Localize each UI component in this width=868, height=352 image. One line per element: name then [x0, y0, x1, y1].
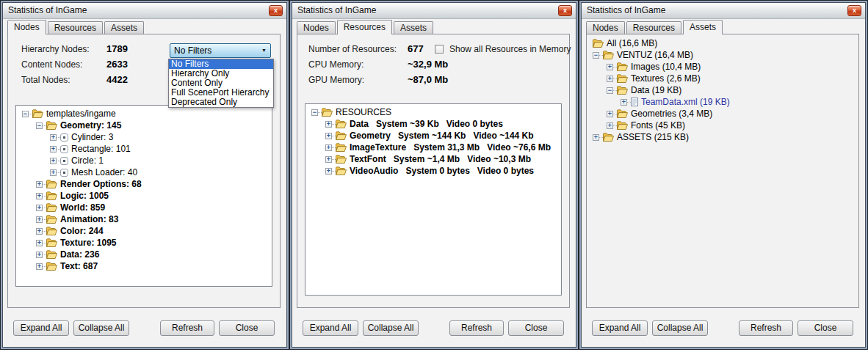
- collapse-all-button[interactable]: Collapse All: [73, 320, 129, 336]
- tree-item[interactable]: +Text: 687: [36, 260, 272, 272]
- collapse-all-button[interactable]: Collapse All: [363, 320, 419, 336]
- tab-resources[interactable]: Resources: [626, 21, 681, 34]
- expand-icon[interactable]: +: [607, 76, 613, 82]
- folder-icon: [603, 133, 614, 142]
- expand-icon[interactable]: +: [50, 158, 57, 164]
- expand-all-button[interactable]: Expand All: [592, 320, 648, 336]
- collapse-icon[interactable]: −: [311, 109, 318, 116]
- tree-item[interactable]: +Images (10,4 MB): [607, 61, 858, 73]
- expand-icon[interactable]: +: [607, 122, 613, 129]
- folder-icon: [593, 39, 604, 48]
- tree-item[interactable]: +Mesh Loader: 40: [50, 166, 272, 178]
- expand-icon[interactable]: +: [36, 252, 43, 258]
- show-all-resources-checkbox[interactable]: [435, 45, 444, 54]
- tree-item[interactable]: +Texture: 1095: [36, 237, 272, 249]
- tree-item-label: Animation: 83: [60, 214, 118, 224]
- tree-item[interactable]: −RESOURCES: [311, 106, 561, 118]
- tab-resources[interactable]: Resources: [48, 21, 103, 34]
- tab-assets[interactable]: Assets: [394, 21, 433, 34]
- tree-item[interactable]: +Data System ~39 Kb Video 0 bytes: [325, 118, 561, 130]
- expand-icon[interactable]: +: [36, 181, 43, 188]
- tree-item[interactable]: +TeamData.xml (19 KB): [621, 96, 858, 108]
- folder-icon: [617, 62, 628, 71]
- close-button[interactable]: Close: [508, 320, 564, 336]
- tree-item[interactable]: +Data: 236: [36, 249, 272, 260]
- tree-item[interactable]: +Render Options: 68: [36, 178, 272, 190]
- expand-icon[interactable]: +: [36, 240, 43, 246]
- expand-all-button[interactable]: Expand All: [303, 320, 358, 336]
- tab-nodes[interactable]: Nodes: [297, 21, 336, 34]
- collapse-icon[interactable]: −: [36, 122, 43, 129]
- tab-nodes[interactable]: Nodes: [586, 21, 625, 34]
- expand-icon[interactable]: +: [607, 111, 613, 117]
- expand-icon[interactable]: +: [36, 263, 43, 270]
- expand-icon[interactable]: +: [36, 216, 43, 223]
- collapse-icon[interactable]: −: [607, 87, 613, 94]
- collapse-icon[interactable]: −: [593, 52, 599, 59]
- expand-icon[interactable]: +: [325, 168, 332, 175]
- expand-icon[interactable]: +: [36, 205, 43, 211]
- close-button[interactable]: Close: [798, 320, 853, 336]
- tree-item[interactable]: +ImageTexture System 31,3 Mb Video ~76,6…: [325, 142, 561, 153]
- nodes-tree-panel[interactable]: −templates/ingame−Geometry: 145+Cylinder…: [15, 105, 272, 287]
- tab-assets[interactable]: Assets: [104, 21, 144, 34]
- filter-dropdown[interactable]: No Filters ▼: [170, 43, 271, 58]
- close-icon[interactable]: x: [269, 5, 283, 16]
- nodes-tree: −templates/ingame−Geometry: 145+Cylinder…: [16, 106, 272, 272]
- tree-item[interactable]: −Data (19 KB): [607, 84, 858, 96]
- expand-icon[interactable]: +: [325, 121, 332, 128]
- tree-item[interactable]: +Geometry System ~144 Kb Video ~144 Kb: [325, 130, 561, 142]
- tree-item[interactable]: +Animation: 83: [36, 213, 272, 225]
- expand-icon[interactable]: +: [325, 156, 332, 163]
- expand-icon[interactable]: +: [325, 133, 332, 139]
- refresh-button[interactable]: Refresh: [739, 320, 793, 336]
- tree-item[interactable]: +Fonts (45 KB): [607, 120, 858, 131]
- expand-icon[interactable]: +: [325, 144, 332, 151]
- folder-icon: [617, 109, 628, 118]
- tree-item[interactable]: +Cylinder: 3: [50, 131, 272, 143]
- filter-option[interactable]: Deprecated Only: [169, 98, 273, 107]
- tree-item[interactable]: All (16,6 MB): [593, 37, 858, 49]
- tree-item[interactable]: +World: 859: [36, 202, 272, 213]
- close-button[interactable]: Close: [219, 320, 275, 336]
- refresh-button[interactable]: Refresh: [449, 320, 504, 336]
- doc-icon: [631, 98, 638, 106]
- tree-item[interactable]: +Logic: 1005: [36, 190, 272, 202]
- expand-icon[interactable]: +: [621, 99, 627, 106]
- close-icon[interactable]: x: [847, 5, 861, 16]
- expand-icon[interactable]: +: [36, 193, 43, 199]
- expand-icon[interactable]: +: [607, 64, 613, 70]
- expand-icon[interactable]: +: [50, 169, 57, 176]
- tree-item-label: Data System ~39 Kb Video 0 bytes: [350, 119, 503, 129]
- collapse-all-button[interactable]: Collapse All: [652, 320, 708, 336]
- refresh-button[interactable]: Refresh: [160, 320, 214, 336]
- tree-item[interactable]: −Geometry: 145: [36, 120, 272, 131]
- expand-all-button[interactable]: Expand All: [13, 320, 69, 336]
- titlebar[interactable]: Statistics of InGame x: [292, 3, 576, 19]
- expand-icon[interactable]: +: [50, 134, 57, 141]
- tree-item[interactable]: −templates/ingame: [22, 108, 272, 120]
- tree-item[interactable]: +Rectangle: 101: [50, 143, 272, 155]
- expand-icon[interactable]: +: [36, 228, 43, 235]
- titlebar[interactable]: Statistics of InGame x: [3, 3, 286, 19]
- window-resources: Statistics of InGame x Nodes Resources A…: [289, 0, 579, 350]
- tree-item[interactable]: +Circle: 1: [50, 155, 272, 166]
- tree-item-label: Geometry: 145: [60, 120, 121, 131]
- tab-nodes[interactable]: Nodes: [7, 20, 46, 34]
- tree-item[interactable]: +Textures (2,6 MB): [607, 73, 858, 84]
- tab-resources[interactable]: Resources: [337, 20, 392, 34]
- tree-item[interactable]: −VENTUZ (16,4 MB): [593, 49, 858, 61]
- tree-item[interactable]: +Geometries (3,4 MB): [607, 108, 858, 120]
- resources-tree-panel[interactable]: −RESOURCES+Data System ~39 Kb Video 0 by…: [305, 103, 562, 296]
- filter-dropdown-list[interactable]: No FiltersHierarchy OnlyContent OnlyFull…: [168, 59, 274, 108]
- collapse-icon[interactable]: −: [22, 111, 29, 117]
- close-icon[interactable]: x: [558, 5, 572, 16]
- expand-icon[interactable]: +: [50, 146, 57, 153]
- tree-item[interactable]: +TextFont System ~1,4 Mb Video ~10,3 Mb: [325, 153, 561, 165]
- titlebar[interactable]: Statistics of InGame x: [582, 3, 865, 19]
- tree-item[interactable]: +Color: 244: [36, 225, 272, 237]
- tab-assets[interactable]: Assets: [683, 20, 723, 34]
- tree-item[interactable]: +ASSETS (215 KB): [593, 131, 858, 143]
- tree-item[interactable]: +VideoAudio System 0 bytes Video 0 bytes: [325, 165, 561, 177]
- expand-icon[interactable]: +: [593, 134, 599, 141]
